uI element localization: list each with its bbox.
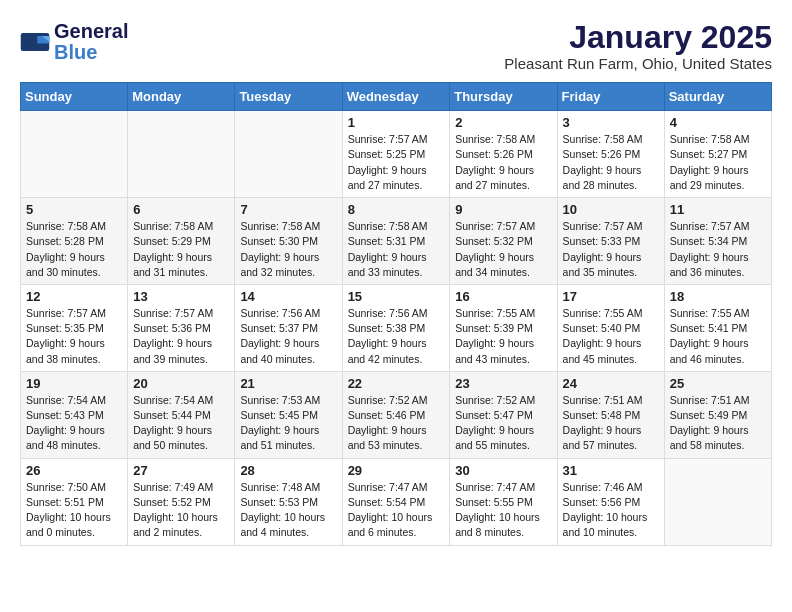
calendar-cell: 28Sunrise: 7:48 AM Sunset: 5:53 PM Dayli… [235, 458, 342, 545]
day-info: Sunrise: 7:46 AM Sunset: 5:56 PM Dayligh… [563, 480, 659, 541]
day-info: Sunrise: 7:58 AM Sunset: 5:26 PM Dayligh… [563, 132, 659, 193]
logo: General Blue [20, 20, 128, 62]
column-header-friday: Friday [557, 83, 664, 111]
day-info: Sunrise: 7:55 AM Sunset: 5:41 PM Dayligh… [670, 306, 766, 367]
day-number: 28 [240, 463, 336, 478]
calendar-cell: 24Sunrise: 7:51 AM Sunset: 5:48 PM Dayli… [557, 371, 664, 458]
day-info: Sunrise: 7:51 AM Sunset: 5:49 PM Dayligh… [670, 393, 766, 454]
calendar-cell: 14Sunrise: 7:56 AM Sunset: 5:37 PM Dayli… [235, 284, 342, 371]
column-header-saturday: Saturday [664, 83, 771, 111]
week-row-0: 1Sunrise: 7:57 AM Sunset: 5:25 PM Daylig… [21, 111, 772, 198]
calendar-cell: 31Sunrise: 7:46 AM Sunset: 5:56 PM Dayli… [557, 458, 664, 545]
day-info: Sunrise: 7:52 AM Sunset: 5:46 PM Dayligh… [348, 393, 445, 454]
day-info: Sunrise: 7:57 AM Sunset: 5:36 PM Dayligh… [133, 306, 229, 367]
day-info: Sunrise: 7:57 AM Sunset: 5:32 PM Dayligh… [455, 219, 551, 280]
column-header-monday: Monday [128, 83, 235, 111]
header-row: SundayMondayTuesdayWednesdayThursdayFrid… [21, 83, 772, 111]
calendar-cell: 3Sunrise: 7:58 AM Sunset: 5:26 PM Daylig… [557, 111, 664, 198]
calendar-cell: 11Sunrise: 7:57 AM Sunset: 5:34 PM Dayli… [664, 198, 771, 285]
day-info: Sunrise: 7:57 AM Sunset: 5:35 PM Dayligh… [26, 306, 122, 367]
day-info: Sunrise: 7:56 AM Sunset: 5:38 PM Dayligh… [348, 306, 445, 367]
calendar-body: 1Sunrise: 7:57 AM Sunset: 5:25 PM Daylig… [21, 111, 772, 545]
calendar-cell: 15Sunrise: 7:56 AM Sunset: 5:38 PM Dayli… [342, 284, 450, 371]
day-info: Sunrise: 7:50 AM Sunset: 5:51 PM Dayligh… [26, 480, 122, 541]
logo-text: General [54, 20, 128, 42]
day-info: Sunrise: 7:47 AM Sunset: 5:54 PM Dayligh… [348, 480, 445, 541]
day-info: Sunrise: 7:58 AM Sunset: 5:27 PM Dayligh… [670, 132, 766, 193]
calendar-cell: 29Sunrise: 7:47 AM Sunset: 5:54 PM Dayli… [342, 458, 450, 545]
day-number: 25 [670, 376, 766, 391]
day-number: 19 [26, 376, 122, 391]
day-info: Sunrise: 7:58 AM Sunset: 5:30 PM Dayligh… [240, 219, 336, 280]
day-info: Sunrise: 7:57 AM Sunset: 5:25 PM Dayligh… [348, 132, 445, 193]
day-number: 15 [348, 289, 445, 304]
calendar-header: SundayMondayTuesdayWednesdayThursdayFrid… [21, 83, 772, 111]
column-header-thursday: Thursday [450, 83, 557, 111]
day-number: 7 [240, 202, 336, 217]
day-number: 1 [348, 115, 445, 130]
day-number: 29 [348, 463, 445, 478]
week-row-1: 5Sunrise: 7:58 AM Sunset: 5:28 PM Daylig… [21, 198, 772, 285]
title-block: January 2025 Pleasant Run Farm, Ohio, Un… [504, 20, 772, 72]
day-number: 27 [133, 463, 229, 478]
calendar-cell: 30Sunrise: 7:47 AM Sunset: 5:55 PM Dayli… [450, 458, 557, 545]
day-info: Sunrise: 7:48 AM Sunset: 5:53 PM Dayligh… [240, 480, 336, 541]
calendar-cell: 22Sunrise: 7:52 AM Sunset: 5:46 PM Dayli… [342, 371, 450, 458]
calendar-cell: 16Sunrise: 7:55 AM Sunset: 5:39 PM Dayli… [450, 284, 557, 371]
calendar-cell: 6Sunrise: 7:58 AM Sunset: 5:29 PM Daylig… [128, 198, 235, 285]
calendar-cell: 4Sunrise: 7:58 AM Sunset: 5:27 PM Daylig… [664, 111, 771, 198]
day-number: 26 [26, 463, 122, 478]
day-info: Sunrise: 7:49 AM Sunset: 5:52 PM Dayligh… [133, 480, 229, 541]
day-number: 8 [348, 202, 445, 217]
calendar-cell: 25Sunrise: 7:51 AM Sunset: 5:49 PM Dayli… [664, 371, 771, 458]
day-info: Sunrise: 7:58 AM Sunset: 5:31 PM Dayligh… [348, 219, 445, 280]
day-number: 23 [455, 376, 551, 391]
day-number: 17 [563, 289, 659, 304]
day-number: 6 [133, 202, 229, 217]
calendar-cell: 9Sunrise: 7:57 AM Sunset: 5:32 PM Daylig… [450, 198, 557, 285]
page-header: General Blue January 2025 Pleasant Run F… [20, 20, 772, 72]
day-info: Sunrise: 7:47 AM Sunset: 5:55 PM Dayligh… [455, 480, 551, 541]
calendar-cell [235, 111, 342, 198]
calendar-cell: 19Sunrise: 7:54 AM Sunset: 5:43 PM Dayli… [21, 371, 128, 458]
calendar-cell: 20Sunrise: 7:54 AM Sunset: 5:44 PM Dayli… [128, 371, 235, 458]
week-row-3: 19Sunrise: 7:54 AM Sunset: 5:43 PM Dayli… [21, 371, 772, 458]
calendar-cell: 2Sunrise: 7:58 AM Sunset: 5:26 PM Daylig… [450, 111, 557, 198]
day-number: 22 [348, 376, 445, 391]
day-info: Sunrise: 7:58 AM Sunset: 5:29 PM Dayligh… [133, 219, 229, 280]
day-number: 24 [563, 376, 659, 391]
location: Pleasant Run Farm, Ohio, United States [504, 55, 772, 72]
day-info: Sunrise: 7:54 AM Sunset: 5:44 PM Dayligh… [133, 393, 229, 454]
calendar-cell [21, 111, 128, 198]
day-number: 10 [563, 202, 659, 217]
logo-text2: Blue [54, 42, 128, 62]
day-number: 3 [563, 115, 659, 130]
day-info: Sunrise: 7:51 AM Sunset: 5:48 PM Dayligh… [563, 393, 659, 454]
day-number: 21 [240, 376, 336, 391]
day-number: 31 [563, 463, 659, 478]
column-header-wednesday: Wednesday [342, 83, 450, 111]
day-info: Sunrise: 7:53 AM Sunset: 5:45 PM Dayligh… [240, 393, 336, 454]
column-header-sunday: Sunday [21, 83, 128, 111]
week-row-4: 26Sunrise: 7:50 AM Sunset: 5:51 PM Dayli… [21, 458, 772, 545]
day-info: Sunrise: 7:58 AM Sunset: 5:28 PM Dayligh… [26, 219, 122, 280]
day-info: Sunrise: 7:55 AM Sunset: 5:39 PM Dayligh… [455, 306, 551, 367]
column-header-tuesday: Tuesday [235, 83, 342, 111]
calendar-cell: 7Sunrise: 7:58 AM Sunset: 5:30 PM Daylig… [235, 198, 342, 285]
calendar-cell: 23Sunrise: 7:52 AM Sunset: 5:47 PM Dayli… [450, 371, 557, 458]
calendar-cell: 27Sunrise: 7:49 AM Sunset: 5:52 PM Dayli… [128, 458, 235, 545]
day-number: 18 [670, 289, 766, 304]
day-number: 30 [455, 463, 551, 478]
day-number: 16 [455, 289, 551, 304]
day-number: 9 [455, 202, 551, 217]
day-number: 4 [670, 115, 766, 130]
calendar-cell: 5Sunrise: 7:58 AM Sunset: 5:28 PM Daylig… [21, 198, 128, 285]
month-title: January 2025 [504, 20, 772, 55]
day-info: Sunrise: 7:58 AM Sunset: 5:26 PM Dayligh… [455, 132, 551, 193]
calendar-cell: 21Sunrise: 7:53 AM Sunset: 5:45 PM Dayli… [235, 371, 342, 458]
calendar-cell: 13Sunrise: 7:57 AM Sunset: 5:36 PM Dayli… [128, 284, 235, 371]
calendar-cell [664, 458, 771, 545]
calendar-cell: 8Sunrise: 7:58 AM Sunset: 5:31 PM Daylig… [342, 198, 450, 285]
calendar-cell: 1Sunrise: 7:57 AM Sunset: 5:25 PM Daylig… [342, 111, 450, 198]
calendar-cell: 17Sunrise: 7:55 AM Sunset: 5:40 PM Dayli… [557, 284, 664, 371]
